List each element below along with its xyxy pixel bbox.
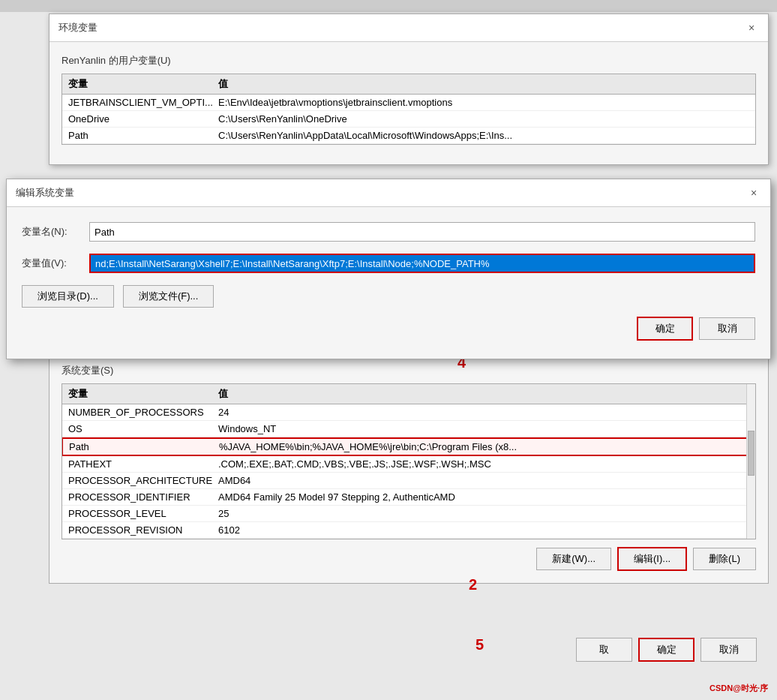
取消-btn-left[interactable]: 取 bbox=[576, 638, 632, 662]
user-row-2[interactable]: Path C:\Users\RenYanlin\AppData\Local\Mi… bbox=[62, 128, 755, 144]
scrollbar-thumb[interactable] bbox=[748, 431, 754, 476]
sys-row-0[interactable]: NUMBER_OF_PROCESSORS 24 bbox=[62, 404, 755, 421]
main-cancel-btn[interactable]: 取消 bbox=[700, 638, 757, 662]
sys-row-2-val: %JAVA_HOME%\bin;%JAVA_HOME%\jre\bin;C:\P… bbox=[219, 441, 748, 452]
user-row-0-var: JETBRAINSCLIENT_VM_OPTI... bbox=[68, 97, 218, 108]
var-value-label: 变量值(V): bbox=[22, 257, 89, 270]
main-confirm-btn[interactable]: 确定 bbox=[638, 638, 694, 662]
edit-buttons-row: 确定 取消 bbox=[22, 317, 755, 347]
user-row-1[interactable]: OneDrive C:\Users\RenYanlin\OneDrive bbox=[62, 111, 755, 128]
user-section-label: RenYanlin 的用户变量(U) bbox=[62, 54, 756, 68]
user-header-var: 变量 bbox=[68, 77, 218, 91]
edit-form: 变量名(N): 变量值(V): 浏览目录(D)... 浏览文件(F)... 确定… bbox=[7, 207, 770, 359]
var-value-input[interactable] bbox=[89, 254, 755, 273]
sys-header-var: 变量 bbox=[68, 387, 218, 401]
sys-row-1[interactable]: OS Windows_NT bbox=[62, 421, 755, 437]
sys-header-val: 值 bbox=[218, 387, 749, 401]
env-vars-title: 环境变量 bbox=[58, 21, 98, 35]
sys-vars-header: 变量 值 bbox=[62, 384, 755, 404]
sys-row-0-var: NUMBER_OF_PROCESSORS bbox=[68, 407, 218, 418]
var-name-row: 变量名(N): bbox=[22, 222, 755, 242]
sys-row-6-val: 25 bbox=[218, 508, 749, 519]
sys-delete-btn[interactable]: 删除(L) bbox=[693, 548, 756, 570]
sys-row-5-val: AMD64 Family 25 Model 97 Stepping 2, Aut… bbox=[218, 491, 749, 503]
browse-dir-btn[interactable]: 浏览目录(D)... bbox=[22, 285, 114, 308]
sys-new-btn[interactable]: 新建(W)... bbox=[536, 548, 611, 570]
edit-dialog-titlebar: 编辑系统变量 × bbox=[7, 179, 770, 207]
step-2: 2 bbox=[469, 576, 477, 593]
sys-row-6-var: PROCESSOR_LEVEL bbox=[68, 508, 218, 519]
user-row-0-val: E:\Env\Idea\jetbra\vmoptions\jetbrainscl… bbox=[218, 97, 749, 108]
sys-row-1-var: OS bbox=[68, 423, 218, 434]
sys-row-4-var: PROCESSOR_ARCHITECTURE bbox=[68, 475, 218, 486]
sys-row-7-val: 6102 bbox=[218, 524, 749, 536]
edit-dialog-close-btn[interactable]: × bbox=[746, 185, 761, 200]
env-vars-close-btn[interactable]: × bbox=[744, 20, 759, 35]
scrollbar-track[interactable] bbox=[746, 384, 755, 539]
env-vars-content: RenYanlin 的用户变量(U) 变量 值 JETBRAINSCLIENT_… bbox=[50, 42, 768, 164]
var-name-label: 变量名(N): bbox=[22, 225, 89, 239]
sys-row-6[interactable]: PROCESSOR_LEVEL 25 bbox=[62, 506, 755, 522]
var-name-input[interactable] bbox=[89, 222, 755, 242]
sys-row-5[interactable]: PROCESSOR_IDENTIFIER AMD64 Family 25 Mod… bbox=[62, 489, 755, 506]
edit-cancel-btn[interactable]: 取消 bbox=[699, 317, 755, 340]
edit-confirm-btn[interactable]: 确定 bbox=[637, 317, 693, 341]
main-dialog-footer: 取 确定 取消 bbox=[49, 630, 769, 669]
sys-row-1-val: Windows_NT bbox=[218, 423, 749, 434]
sys-row-4[interactable]: PROCESSOR_ARCHITECTURE AMD64 bbox=[62, 473, 755, 489]
browse-file-btn[interactable]: 浏览文件(F)... bbox=[123, 285, 214, 308]
user-header-val: 值 bbox=[218, 77, 749, 91]
sys-row-3-var: PATHEXT bbox=[68, 458, 218, 470]
step-5: 5 bbox=[476, 636, 484, 653]
sys-row-7-var: PROCESSOR_REVISION bbox=[68, 524, 218, 536]
sys-vars-section: 系统变量(S) 变量 值 NUMBER_OF_PROCESSORS 24 OS … bbox=[49, 356, 769, 584]
user-row-2-val: C:\Users\RenYanlin\AppData\Local\Microso… bbox=[218, 130, 749, 141]
env-vars-titlebar: 环境变量 × bbox=[50, 14, 768, 42]
user-row-1-var: OneDrive bbox=[68, 113, 218, 125]
sys-section-label: 系统变量(S) bbox=[62, 364, 756, 377]
env-vars-dialog: 环境变量 × RenYanlin 的用户变量(U) 变量 值 JETBRAINS… bbox=[49, 14, 769, 165]
user-row-0[interactable]: JETBRAINSCLIENT_VM_OPTI... E:\Env\Idea\j… bbox=[62, 95, 755, 111]
sys-row-4-val: AMD64 bbox=[218, 475, 749, 486]
watermark: CSDN@时光·序 bbox=[710, 683, 768, 694]
browse-buttons: 浏览目录(D)... 浏览文件(F)... bbox=[22, 285, 755, 308]
sys-row-2-path[interactable]: Path %JAVA_HOME%\bin;%JAVA_HOME%\jre\bin… bbox=[62, 437, 756, 456]
sys-vars-table: 变量 值 NUMBER_OF_PROCESSORS 24 OS Windows_… bbox=[62, 383, 756, 539]
edit-dialog-title: 编辑系统变量 bbox=[16, 186, 74, 200]
sys-row-3-val: .COM;.EXE;.BAT;.CMD;.VBS;.VBE;.JS;.JSE;.… bbox=[218, 458, 749, 470]
sys-edit-btn[interactable]: 编辑(I)... bbox=[617, 547, 687, 571]
nav-bar bbox=[0, 0, 777, 12]
sys-row-7[interactable]: PROCESSOR_REVISION 6102 bbox=[62, 522, 755, 539]
sys-row-2-var: Path bbox=[69, 441, 219, 452]
user-vars-table: 变量 值 JETBRAINSCLIENT_VM_OPTI... E:\Env\I… bbox=[62, 74, 756, 145]
sys-row-5-var: PROCESSOR_IDENTIFIER bbox=[68, 491, 218, 503]
user-row-1-val: C:\Users\RenYanlin\OneDrive bbox=[218, 113, 749, 125]
sys-row-0-val: 24 bbox=[218, 407, 749, 418]
sys-row-3[interactable]: PATHEXT .COM;.EXE;.BAT;.CMD;.VBS;.VBE;.J… bbox=[62, 456, 755, 473]
edit-dialog: 编辑系统变量 × 变量名(N): 变量值(V): 浏览目录(D)... 浏览文件… bbox=[6, 179, 771, 359]
user-vars-header: 变量 值 bbox=[62, 74, 755, 95]
user-row-2-var: Path bbox=[68, 130, 218, 141]
var-value-row: 变量值(V): bbox=[22, 254, 755, 273]
